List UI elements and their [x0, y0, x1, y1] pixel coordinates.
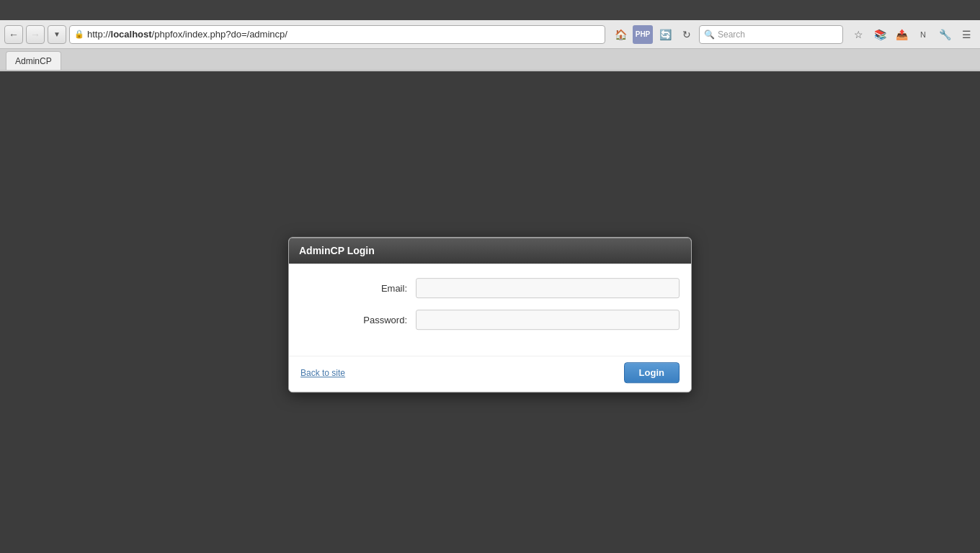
reader-button[interactable]: N	[914, 25, 932, 44]
login-button[interactable]: Login	[624, 362, 680, 383]
dialog-footer: Back to site Login	[289, 356, 691, 392]
browser-chrome: ← → ▼ 🔒 http://localhost/phpfox/index.ph…	[0, 0, 980, 71]
search-placeholder-text: Search	[718, 30, 838, 40]
back-to-site-link[interactable]: Back to site	[300, 368, 345, 378]
browser-tabs: AdminCP	[0, 49, 980, 71]
extensions-button[interactable]: 🔧	[935, 25, 954, 44]
search-bar[interactable]: 🔍 Search	[699, 25, 843, 44]
tab-title: AdminCP	[15, 56, 52, 66]
password-input[interactable]	[416, 310, 680, 330]
history-dropdown-button[interactable]: ▼	[48, 25, 66, 44]
dialog-body: Email: Password:	[289, 264, 691, 353]
back-button[interactable]: ←	[4, 25, 23, 44]
bookmarks-button[interactable]: 📚	[870, 25, 889, 44]
browser-toolbar: ← → ▼ 🔒 http://localhost/phpfox/index.ph…	[0, 20, 980, 49]
email-row: Email:	[300, 278, 680, 298]
dialog-title: AdminCP Login	[299, 245, 375, 256]
dialog-header: AdminCP Login	[289, 238, 691, 264]
search-icon: 🔍	[704, 30, 715, 40]
url-display: http://localhost/phpfox/index.php?do=/ad…	[87, 29, 600, 40]
share-button[interactable]: 📤	[892, 25, 911, 44]
active-tab[interactable]: AdminCP	[6, 51, 61, 70]
address-bar[interactable]: 🔒 http://localhost/phpfox/index.php?do=/…	[69, 25, 605, 44]
home-button[interactable]: 🏠	[611, 25, 630, 44]
right-toolbar-icons: ☆ 📚 📤 N 🔧 ☰	[849, 25, 976, 44]
menu-button[interactable]: ☰	[957, 25, 976, 44]
password-label: Password:	[300, 315, 416, 325]
sync-button[interactable]: 🔄	[656, 25, 674, 44]
email-label: Email:	[300, 283, 416, 294]
toolbar-icons: 🏠 PHP 🔄 ↻	[611, 25, 696, 44]
password-row: Password:	[300, 310, 680, 330]
page-content: AdminCP Login Email: Password: Back to s…	[0, 71, 980, 553]
browser-titlebar	[0, 0, 980, 20]
bookmark-star-button[interactable]: ☆	[849, 25, 868, 44]
forward-button[interactable]: →	[26, 25, 45, 44]
email-input[interactable]	[416, 278, 680, 298]
php-icon-button[interactable]: PHP	[633, 25, 653, 44]
reload-button[interactable]: ↻	[677, 25, 696, 44]
login-dialog: AdminCP Login Email: Password: Back to s…	[288, 237, 692, 392]
lock-icon: 🔒	[74, 30, 84, 39]
